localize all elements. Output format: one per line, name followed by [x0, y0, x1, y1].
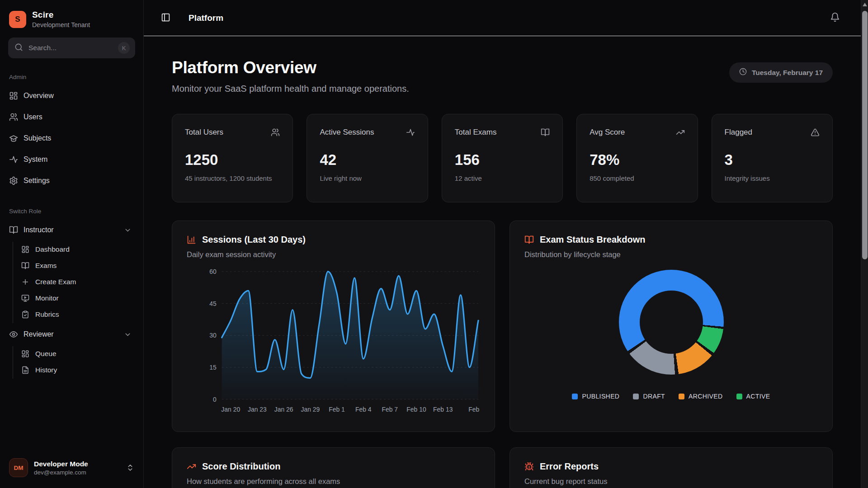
- monitor-play-icon: [21, 294, 29, 302]
- donut-hole: [640, 291, 703, 354]
- sidebar-item-system[interactable]: System: [8, 150, 135, 169]
- book-open-icon: [524, 235, 534, 244]
- stat-sub: Integrity issues: [725, 174, 820, 182]
- svg-text:30: 30: [209, 332, 217, 339]
- sidebar-item-reviewer[interactable]: Reviewer: [8, 325, 135, 344]
- workspace-switcher[interactable]: S Scire Development Tenant: [8, 9, 135, 29]
- page-title: Platform Overview: [172, 58, 409, 78]
- nav-item-label: Create Exam: [35, 278, 76, 286]
- bug-icon: [524, 462, 534, 471]
- app-root: S Scire Development Tenant Search... K A…: [0, 0, 868, 488]
- settings-icon: [9, 176, 18, 185]
- card-title: Score Distribution: [202, 461, 280, 472]
- stat-card-avg-score: Avg Score 78% 850 completed: [576, 114, 698, 202]
- svg-text:Feb 17: Feb 17: [468, 406, 480, 413]
- clipboard-check-icon: [21, 310, 29, 319]
- sidebar-item-subjects[interactable]: Subjects: [8, 129, 135, 148]
- scroll-up-arrow[interactable]: [863, 3, 867, 6]
- plus-icon: [21, 278, 29, 286]
- sidebar-item-instructor[interactable]: Instructor: [8, 221, 135, 239]
- legend-item-draft[interactable]: DRAFT: [633, 393, 665, 400]
- stat-sub: 45 instructors, 1200 students: [185, 174, 280, 182]
- sidebar-nav: AdminOverviewUsersSubjectsSystemSettings…: [8, 58, 135, 380]
- chevron-down-icon: [124, 226, 132, 234]
- card-title: Exam Status Breakdown: [540, 235, 645, 245]
- topbar: Platform: [144, 0, 861, 36]
- sidebar-item-monitor[interactable]: Monitor: [19, 291, 135, 306]
- avatar: DM: [9, 458, 28, 477]
- sidebar-item-create-exam[interactable]: Create Exam: [19, 274, 135, 290]
- users-icon: [9, 113, 18, 122]
- app-logo: S: [9, 11, 26, 28]
- book-open-icon: [9, 225, 18, 235]
- svg-text:60: 60: [209, 268, 217, 275]
- sidebar-item-queue[interactable]: Queue: [19, 346, 135, 361]
- sidebar-item-settings[interactable]: Settings: [8, 171, 135, 190]
- book-open-icon: [21, 262, 29, 270]
- nav-item-label: Reviewer: [24, 330, 54, 338]
- card-title: Error Reports: [540, 461, 599, 472]
- svg-text:15: 15: [209, 364, 217, 371]
- score-distribution-card: Score Distribution How students are perf…: [172, 447, 495, 488]
- nav-section-label-switch-role: Switch Role: [9, 208, 134, 215]
- layout-dashboard-icon: [9, 91, 18, 100]
- legend-item-published[interactable]: PUBLISHED: [572, 393, 619, 400]
- stat-sub: 850 completed: [590, 174, 684, 182]
- graduation-cap-icon: [9, 134, 18, 143]
- stat-card-total-exams: Total Exams 156 12 active: [442, 114, 563, 202]
- stat-sub: Live right now: [320, 174, 415, 182]
- nav-item-label: Queue: [35, 350, 57, 358]
- svg-text:Jan 26: Jan 26: [274, 406, 293, 413]
- stat-value: 1250: [185, 151, 280, 169]
- sidebar-item-overview[interactable]: Overview: [8, 86, 135, 105]
- sidebar-item-rubrics[interactable]: Rubrics: [19, 307, 135, 322]
- search-input[interactable]: Search... K: [8, 38, 135, 58]
- nav-item-label: System: [24, 155, 47, 164]
- card-subtitle: Distribution by lifecycle stage: [524, 250, 818, 259]
- legend-label: ARCHIVED: [689, 393, 723, 400]
- svg-text:Feb 4: Feb 4: [355, 406, 372, 413]
- svg-text:Jan 29: Jan 29: [301, 406, 320, 413]
- stat-value: 156: [455, 151, 550, 169]
- legend-swatch: [572, 394, 578, 399]
- svg-text:Feb 7: Feb 7: [382, 406, 398, 413]
- main-area: Platform Platform Overview Monitor your …: [144, 0, 861, 488]
- nav-item-label: Dashboard: [35, 245, 70, 253]
- file-text-icon: [21, 366, 29, 374]
- sidebar-item-exams[interactable]: Exams: [19, 258, 135, 273]
- user-email: dev@example.com: [34, 469, 88, 476]
- trending-up-icon: [187, 462, 196, 471]
- clock-icon: [739, 68, 747, 77]
- chevron-down-icon: [124, 331, 132, 338]
- scrollbar[interactable]: [861, 0, 868, 488]
- stat-card-active-sessions: Active Sessions 42 Live right now: [307, 114, 428, 202]
- legend-item-archived[interactable]: ARCHIVED: [679, 393, 723, 400]
- stat-label: Active Sessions: [320, 128, 374, 137]
- layout-dashboard-icon: [21, 350, 29, 358]
- legend-label: ACTIVE: [746, 393, 770, 400]
- activity-icon: [406, 128, 415, 137]
- card-title: Sessions (Last 30 Days): [202, 235, 306, 245]
- page-subtitle: Monitor your SaaS platform health and ma…: [172, 84, 409, 94]
- page-content: Platform Overview Monitor your SaaS plat…: [144, 36, 861, 488]
- search-placeholder: Search...: [28, 44, 57, 52]
- stat-label: Avg Score: [590, 128, 625, 137]
- exam-status-card: Exam Status Breakdown Distribution by li…: [509, 221, 833, 432]
- user-menu[interactable]: DM Developer Mode dev@example.com: [8, 456, 135, 479]
- notifications-button[interactable]: [830, 12, 840, 23]
- book-open-icon: [541, 128, 550, 137]
- svg-text:Feb 13: Feb 13: [433, 406, 453, 413]
- search-icon: [14, 43, 23, 53]
- svg-text:0: 0: [213, 396, 217, 403]
- legend-item-active[interactable]: ACTIVE: [736, 393, 770, 400]
- sidebar-toggle-button[interactable]: [161, 13, 170, 23]
- page-head: Platform Overview Monitor your SaaS plat…: [172, 58, 833, 94]
- card-subtitle: How students are performing across all e…: [187, 477, 480, 486]
- tenant-name: Development Tenant: [32, 21, 90, 28]
- sidebar-item-users[interactable]: Users: [8, 108, 135, 127]
- sidebar-item-history[interactable]: History: [19, 362, 135, 378]
- nav-subgroup-reviewer: QueueHistory: [13, 346, 135, 379]
- svg-text:45: 45: [209, 300, 217, 307]
- scrollbar-thumb[interactable]: [862, 11, 868, 259]
- sidebar-item-dashboard[interactable]: Dashboard: [19, 242, 135, 257]
